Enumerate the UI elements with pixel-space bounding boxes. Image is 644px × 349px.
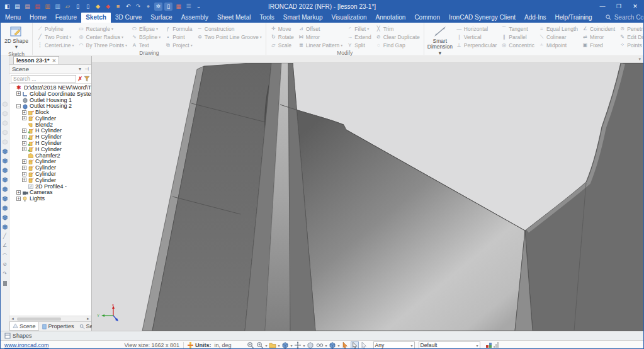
config-status-icon[interactable]	[485, 342, 492, 348]
scene-search-input[interactable]: Search ...	[11, 75, 76, 83]
tab-sketch[interactable]: Sketch	[81, 13, 111, 23]
notes-icon[interactable]: ▯	[164, 3, 172, 11]
ribbon-item-equal-length[interactable]: =Equal Length	[538, 25, 579, 33]
view-top-icon[interactable]	[1, 195, 8, 202]
save-as-icon[interactable]: ▯	[84, 3, 92, 11]
ribbon-item-colinear[interactable]: ⟍Colinear	[538, 33, 579, 41]
ribbon-item-center-radius[interactable]: ◎Center Radius▾	[77, 33, 128, 41]
zoom-window-icon[interactable]	[256, 341, 264, 349]
dropdown-icon[interactable]: ▾	[325, 343, 327, 348]
viewport-collapse-icon[interactable]: ▾	[638, 57, 641, 62]
ribbon-item-penetrating-point[interactable]: ⊙Penetrating Point	[618, 25, 644, 33]
tab-smart-markup[interactable]: Smart Markup	[279, 13, 327, 23]
ribbon-item-mirror[interactable]: ⇌Mirror	[581, 33, 616, 41]
expand-icon[interactable]: +	[22, 129, 26, 133]
shapes-catalog-bar[interactable]: Shapes	[1, 331, 643, 340]
tree-item-chamfer2[interactable]: Chamfer2	[9, 152, 91, 159]
tree-item-outlet-housing-2[interactable]: −Outlet Housing 2	[9, 103, 91, 109]
tree-item-global-coordinate-system[interactable]: +Global Coordinate System	[9, 91, 91, 97]
tree-item-h-cylinder[interactable]: +H Cylinder	[9, 140, 91, 146]
ribbon-item-bspline[interactable]: ∿BSpline▾	[130, 33, 161, 41]
ribbon-item-coincident[interactable]: ∠Coincident	[581, 25, 616, 33]
tree-item-cylinder[interactable]: +Cylinder	[9, 177, 91, 183]
expand-icon[interactable]: +	[22, 110, 26, 115]
big-button-smart-dimension[interactable]: Smart Dimension ▾	[426, 25, 454, 56]
panel-pin-icon[interactable]: ⊣	[84, 66, 89, 72]
tree-item-lights[interactable]: +Lights	[9, 195, 91, 202]
ribbon-item-point[interactable]: •Point	[164, 33, 193, 41]
tab-help-training[interactable]: Help/Training	[551, 13, 597, 23]
ghost-view-1-icon[interactable]	[1, 100, 8, 107]
measure-length-icon[interactable]: ╱	[1, 232, 8, 239]
expand-icon[interactable]: +	[22, 135, 26, 139]
tab-home[interactable]: Home	[25, 13, 51, 23]
view-dimetric-icon[interactable]	[1, 214, 8, 220]
tab-assembly[interactable]: Assembly	[177, 13, 213, 23]
expand-icon[interactable]: +	[22, 178, 26, 182]
ribbon-item-scale[interactable]: ▱Scale	[269, 41, 295, 49]
ribbon-item-vertical[interactable]: ❘Vertical	[455, 33, 497, 41]
close-button[interactable]: ✕	[627, 1, 643, 12]
ribbon-item-find-gap[interactable]: ◌Find Gap	[375, 41, 421, 49]
tree-item-h-cylinder[interactable]: +H Cylinder	[9, 146, 91, 152]
render-icon[interactable]: ◆	[94, 3, 102, 11]
perspective-icon[interactable]	[316, 341, 324, 349]
view-back-icon[interactable]	[1, 166, 8, 173]
collapse-icon[interactable]: −	[16, 104, 21, 108]
open-icon[interactable]: ▱	[64, 3, 72, 11]
ribbon-item-polyline[interactable]: ⟋Polyline	[36, 25, 75, 33]
expand-icon[interactable]: +	[22, 166, 26, 170]
tab-menu[interactable]: Menu	[1, 13, 25, 23]
ribbon-item-tangent[interactable]: ⌒Tangent	[500, 25, 535, 33]
render-style-select[interactable]: Default▾	[419, 341, 480, 349]
ribbon-item-parallel[interactable]: ∥Parallel	[500, 33, 535, 41]
ghost-view-4-icon[interactable]	[1, 129, 8, 135]
dropdown-icon[interactable]: ▾	[278, 343, 280, 348]
ghost-view-3-icon[interactable]	[1, 119, 8, 126]
tree-item-h-cylinder[interactable]: +H Cylinder	[9, 134, 91, 140]
palette-icon[interactable]: ▦	[174, 3, 183, 11]
clear-search-icon[interactable]: ✗	[77, 76, 82, 82]
ribbon-item-perpendicular[interactable]: ⊥Perpendicular	[455, 41, 497, 49]
export-pdf-icon[interactable]: ▤	[33, 3, 42, 11]
ribbon-item-clear-duplicate[interactable]: ⊘Clear Duplicate	[375, 33, 421, 41]
tab-annotation[interactable]: Annotation	[371, 13, 410, 23]
ribbon-item-points-horizontal[interactable]: ⁘Points Horizontal▾	[618, 41, 644, 49]
undo-icon[interactable]: ↶	[124, 3, 132, 11]
new-scene-icon[interactable]: ▤	[13, 3, 21, 11]
ribbon-item-two-point-line-groove[interactable]: ⊜Two Point Line Groove▾	[196, 33, 263, 41]
ribbon-item-construction[interactable]: ┄Construction	[196, 25, 263, 33]
save-icon[interactable]: ▯	[74, 3, 82, 11]
app-logo-icon[interactable]: ◧	[3, 3, 11, 11]
tree-item-cameras[interactable]: +Cameras	[9, 190, 91, 196]
measure-tool-icon[interactable]	[1, 280, 8, 287]
panel-tab-properties[interactable]: Properties	[39, 322, 77, 331]
expand-icon[interactable]: +	[16, 197, 21, 201]
panel-dropdown-icon[interactable]: ▾	[79, 66, 81, 72]
expand-icon[interactable]: +	[22, 141, 26, 146]
tab-tools[interactable]: Tools	[255, 13, 278, 23]
view-right-icon[interactable]	[1, 185, 8, 192]
expand-icon[interactable]: +	[16, 190, 21, 195]
viewport-3d[interactable]: x Y	[92, 63, 644, 331]
selection-filter-select[interactable]: Any▾	[373, 341, 415, 349]
ribbon-item-edit-dimension[interactable]: ✎Edit Dimension	[618, 33, 644, 41]
tree-item-h-cylinder[interactable]: +H Cylinder	[9, 128, 91, 134]
tree-item-cylinder[interactable]: +Cylinder	[9, 115, 91, 122]
document-tab[interactable]: lesson 23-1* ✕	[13, 56, 59, 64]
filter-icon[interactable]	[84, 76, 90, 82]
tab-common[interactable]: Common	[410, 13, 444, 23]
dropdown-icon[interactable]: ▾	[303, 343, 305, 348]
ribbon-item-extend[interactable]: →Extend	[346, 33, 371, 41]
maximize-button[interactable]: ❐	[611, 1, 627, 12]
units-value[interactable]: in, deg	[214, 342, 231, 348]
view-trimetric-icon[interactable]	[1, 223, 8, 230]
minimize-button[interactable]: —	[594, 1, 611, 12]
ribbon-item-rectangle[interactable]: ▭Rectangle▾	[77, 25, 128, 33]
tree-item-outlet-housing-1[interactable]: Outlet Housing 1	[9, 97, 91, 103]
render-mode-icon[interactable]	[268, 341, 276, 349]
tab-add-ins[interactable]: Add-Ins	[520, 13, 550, 23]
big-button-2d-shape[interactable]: 2D Shape ▾	[3, 25, 30, 50]
expand-icon[interactable]: +	[16, 91, 21, 96]
ribbon-item-offset[interactable]: ⊿Offset	[297, 25, 343, 33]
